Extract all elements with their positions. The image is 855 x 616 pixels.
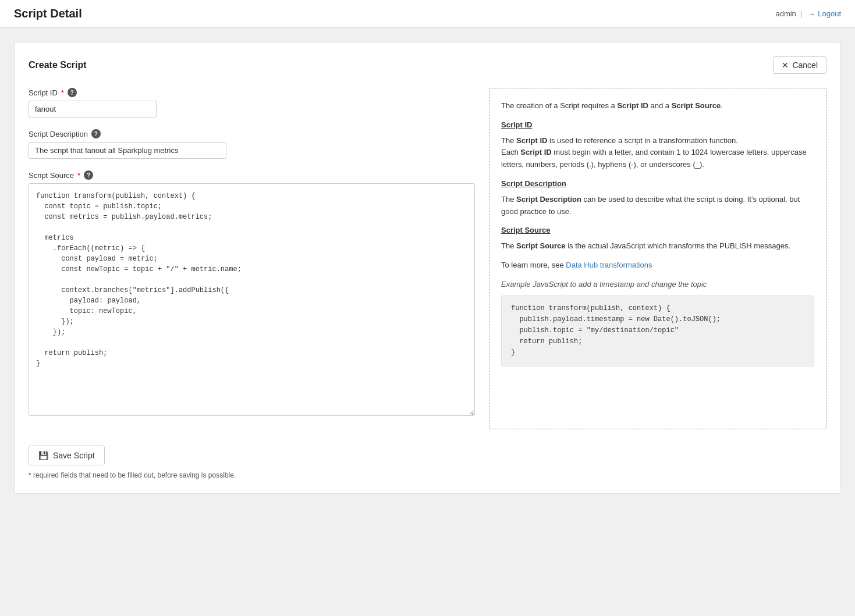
required-note: * required fields that need to be filled… (29, 471, 826, 479)
cancel-icon: ✕ (782, 60, 789, 70)
script-desc-help-icon[interactable]: ? (91, 129, 101, 138)
page-title: Script Detail (14, 7, 82, 20)
info-intro: The creation of a Script requires a Scri… (501, 100, 814, 112)
card: Create Script ✕ Cancel Script ID * ? (14, 42, 841, 494)
script-desc-label: Script Description ? (29, 129, 475, 138)
script-source-help-icon[interactable]: ? (84, 170, 93, 180)
form-section: Script ID * ? Script Description ? (29, 88, 475, 429)
logout-link[interactable]: → Logout (807, 9, 841, 19)
info-script-id-heading: Script ID (501, 119, 814, 131)
example-code-box: function transform(publish, context) { p… (501, 295, 814, 366)
info-learn-more: To learn more, see Data Hub transformati… (501, 259, 814, 272)
script-desc-group: Script Description ? (29, 129, 475, 159)
main-content: Create Script ✕ Cancel Script ID * ? (0, 28, 855, 508)
info-script-desc-heading: Script Description (501, 178, 814, 190)
script-source-textarea[interactable] (29, 183, 475, 416)
save-script-button[interactable]: 💾 Save Script (29, 446, 105, 465)
logout-icon: → (807, 9, 815, 19)
example-label: Example JavaScript to add a timestamp an… (501, 279, 814, 291)
cancel-label: Cancel (792, 60, 818, 70)
card-title: Create Script (29, 60, 87, 70)
script-id-group: Script ID * ? (29, 88, 475, 117)
info-script-id-section: Script ID The Script ID is used to refer… (501, 119, 814, 171)
script-id-label: Script ID * ? (29, 88, 475, 97)
save-label: Save Script (53, 451, 95, 460)
username: admin (775, 9, 796, 18)
save-icon: 💾 (38, 451, 48, 460)
info-script-source-heading: Script Source (501, 225, 814, 237)
script-desc-input[interactable] (29, 142, 226, 159)
card-header: Create Script ✕ Cancel (29, 56, 826, 74)
script-source-required: * (77, 171, 80, 180)
data-hub-link[interactable]: Data Hub transformations (566, 261, 652, 269)
script-id-required: * (61, 88, 64, 97)
info-script-source-section: Script Source The Script Source is the a… (501, 225, 814, 252)
script-source-group: Script Source * ? (29, 170, 475, 418)
script-id-help-icon[interactable]: ? (68, 88, 77, 97)
footer-section: 💾 Save Script * required fields that nee… (29, 446, 826, 479)
separator: | (801, 9, 803, 18)
form-info-layout: Script ID * ? Script Description ? (29, 88, 826, 429)
cancel-button[interactable]: ✕ Cancel (773, 56, 826, 74)
info-section: The creation of a Script requires a Scri… (489, 88, 826, 429)
top-bar: Script Detail admin | → Logout (0, 0, 855, 28)
top-bar-right: admin | → Logout (775, 9, 841, 19)
logout-label: Logout (818, 9, 841, 18)
example-code: function transform(publish, context) { p… (511, 303, 804, 359)
info-script-desc-section: Script Description The Script Descriptio… (501, 178, 814, 218)
script-id-input[interactable] (29, 101, 157, 117)
script-source-label: Script Source * ? (29, 170, 475, 180)
